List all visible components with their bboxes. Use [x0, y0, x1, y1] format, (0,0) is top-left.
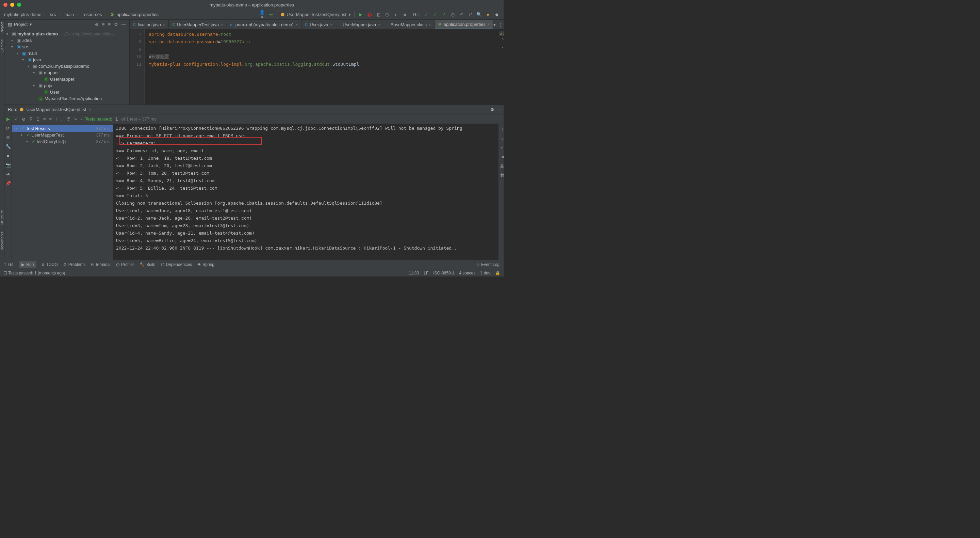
left-tool-strip: Project Commit Structure Bookmarks [0, 20, 5, 260]
editor-tab[interactable]: IBaseMapper.class× [384, 20, 435, 29]
sort-down-icon[interactable]: ↧ [29, 117, 33, 121]
ide-icon[interactable]: ● [485, 12, 491, 17]
stop-icon[interactable]: ■ [402, 12, 408, 17]
dump-icon[interactable]: 📷 [5, 163, 11, 168]
expand-up-icon[interactable]: ⌃ [501, 37, 504, 42]
sort-up-icon[interactable]: ↥ [36, 117, 40, 121]
test-tree-item[interactable]: ▾✓Test Results377 ms [12, 125, 113, 132]
commit-tool-tab[interactable]: Commit [0, 40, 4, 53]
filter-icon[interactable]: ⊘ [6, 135, 10, 140]
search-icon[interactable]: 🔍 [476, 12, 482, 17]
expand-down-icon[interactable]: ⌄ [501, 43, 504, 49]
maximize-window[interactable] [17, 3, 21, 7]
block-icon[interactable]: ⊘ [22, 117, 25, 121]
bottom-tab-spring[interactable]: ❀Spring [197, 262, 215, 267]
translate-icon[interactable]: ⇄ [468, 12, 473, 17]
export-icon[interactable]: ⏱ [66, 117, 71, 121]
test-tree[interactable]: ▾✓Test Results377 ms▾✓UserMapperTest377 … [12, 124, 113, 260]
tree-item[interactable]: ▾▣mapper [5, 69, 129, 76]
tabs-more-icon[interactable]: ⋮ [498, 22, 503, 27]
bottom-tab-git[interactable]: ᛘGit [4, 262, 13, 267]
bottom-tab-todo[interactable]: ≡TODO [42, 262, 57, 267]
bottom-tab-problems[interactable]: ⊘Problems [63, 262, 86, 267]
select-opened-icon[interactable]: ⊕ [95, 22, 99, 27]
run-configuration-selector[interactable]: ⬢UserMapperTest.testQueryList▾ [277, 11, 355, 18]
bottom-tab-build[interactable]: 🔨Build [140, 262, 156, 267]
pin-icon[interactable]: 📌 [5, 181, 11, 186]
back-arrow-icon[interactable]: ↩ [268, 12, 274, 17]
rerun-icon[interactable]: ▶ [6, 117, 10, 121]
tree-item[interactable]: ▾▣main [5, 50, 129, 56]
collapse-icon[interactable]: ≡ [49, 117, 52, 121]
tree-item[interactable]: CUserMapper [5, 76, 129, 82]
lock-icon[interactable]: 🔒 [495, 271, 500, 275]
console-output[interactable]: JDBC Connection [HikariProxyConnection@8… [113, 124, 498, 260]
scroll-down-icon[interactable]: ↓ [501, 136, 504, 141]
attach-icon[interactable]: ⏵ [393, 12, 399, 17]
run-icon[interactable]: ▶ [358, 12, 363, 17]
vcs-commit-icon[interactable]: ✓ [432, 12, 438, 17]
wrench-icon[interactable]: 🔧 [5, 144, 11, 149]
breadcrumb[interactable]: mybatis-plus-demo〉 src〉 main〉 resources〉… [4, 11, 159, 18]
project-tool-tab[interactable]: Project [0, 22, 4, 34]
tree-item[interactable]: ▾▣src [5, 43, 129, 50]
vcs-push-icon[interactable]: ↗ [441, 12, 447, 17]
tree-item[interactable]: CUser [5, 89, 129, 95]
event-log[interactable]: ◇ Event Log [476, 262, 500, 267]
project-tree[interactable]: ▾▣mybatis-plus-demo ~/Desktop/developmen… [5, 29, 129, 105]
profile-icon[interactable]: ◷ [385, 12, 390, 17]
minimize-window[interactable] [10, 3, 14, 7]
bottom-tab-dependencies[interactable]: ⬡Dependencies [161, 262, 192, 267]
test-tree-item[interactable]: ▾✓testQueryList()377 ms [12, 138, 113, 145]
collapse-all-icon[interactable]: ≡ [108, 22, 111, 27]
debug-icon[interactable]: 🐞 [367, 12, 372, 17]
project-label[interactable]: Project [14, 22, 27, 27]
test-tree-item[interactable]: ▾✓UserMapperTest377 ms [12, 132, 113, 138]
print-icon[interactable]: 🖶 [500, 163, 504, 169]
editor-tab[interactable]: Clication.java× [130, 20, 169, 29]
rollback-icon[interactable]: ↶ [459, 12, 464, 17]
editor-tab[interactable]: CUserMapperTest.java× [169, 20, 227, 29]
hide-icon[interactable]: — [121, 22, 126, 27]
coverage-icon[interactable]: ◧ [375, 12, 381, 17]
prev-icon[interactable]: ↑ [55, 117, 57, 121]
vcs-update-icon[interactable]: ✓ [423, 12, 429, 17]
run-settings-icon[interactable]: ⚙ [490, 107, 495, 112]
settings-icon[interactable]: ⚙ [114, 22, 118, 27]
editor-tab[interactable]: CUser.java× [301, 20, 336, 29]
clear-icon[interactable]: 🗑 [500, 172, 504, 178]
expand-all-icon[interactable]: ≡ [102, 22, 105, 27]
structure-tool-tab[interactable]: Structure [0, 210, 4, 225]
bottom-tab-profiler[interactable]: ◷Profiler [116, 262, 134, 267]
tree-item[interactable]: ▾▣com.xiu.mybatisplusdemo [5, 63, 129, 69]
stop-run-icon[interactable]: ■ [7, 153, 10, 158]
run-config-name: UserMapperTest.testQueryList [26, 107, 86, 112]
expand-icon[interactable]: ≡ [43, 117, 46, 121]
tree-item[interactable]: ▾▣.idea [5, 37, 129, 43]
scroll-up-icon[interactable]: ↑ [501, 127, 504, 132]
editor-tab[interactable]: mpom.xml (mybatis-plus-demo)× [227, 20, 302, 29]
warnings-badge[interactable]: ⚠3 [499, 31, 504, 36]
editor-tab[interactable]: IUserMapper.java× [336, 20, 384, 29]
close-window[interactable] [3, 3, 8, 7]
tree-item[interactable]: CMybatisPlusDemoApplication [5, 95, 129, 102]
check-icon[interactable]: ✓ [14, 117, 18, 121]
user-icon[interactable]: 👤▾ [259, 10, 265, 20]
soft-wrap-icon[interactable]: ⤶ [500, 145, 504, 150]
tabs-dropdown-icon[interactable]: ▾ [493, 22, 496, 27]
bottom-tab-run[interactable]: ▶Run [19, 261, 37, 268]
tree-item[interactable]: ▾▣pojo [5, 82, 129, 89]
bookmarks-tool-tab[interactable]: Bookmarks [0, 231, 4, 250]
exit-icon[interactable]: ➔ [6, 172, 10, 177]
next-icon[interactable]: ↓ [61, 117, 63, 121]
bottom-tab-terminal[interactable]: ⎘Terminal [91, 262, 111, 267]
highlight-box [119, 137, 262, 145]
toggle-tests-icon[interactable]: ⟳ [6, 126, 10, 131]
run-hide-icon[interactable]: — [498, 107, 502, 112]
tree-item[interactable]: ▾▣java [5, 56, 129, 63]
code-editor[interactable]: 7891011 spring.datasource.username=roots… [130, 29, 504, 105]
history-icon[interactable]: ◷ [450, 12, 455, 17]
editor-tab[interactable]: ⚙application.properties× [434, 20, 493, 29]
scroll-end-icon[interactable]: ⇥ [500, 154, 504, 160]
toolbox-icon[interactable]: ◆ [494, 12, 500, 17]
